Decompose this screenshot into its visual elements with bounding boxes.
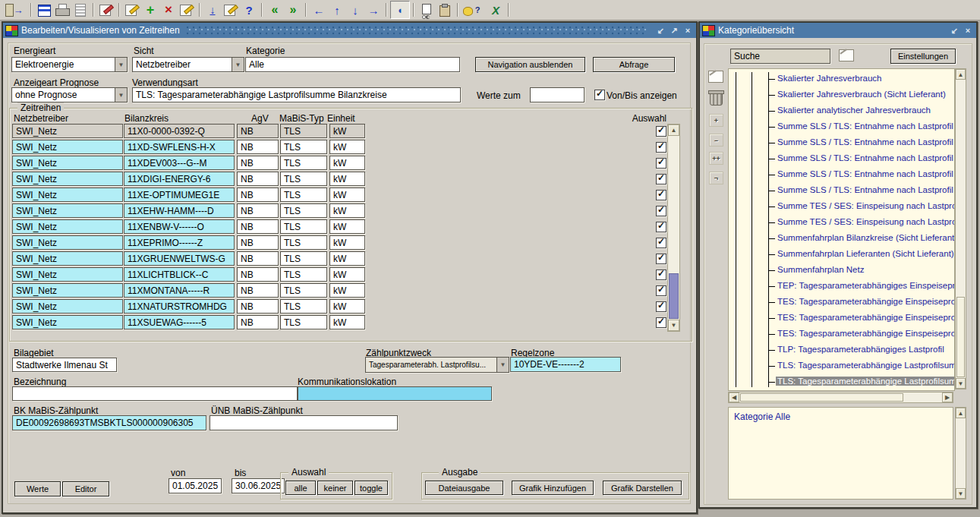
tree-insert-multi-icon[interactable]: ++ — [709, 152, 723, 165]
tree-item[interactable]: Summe SLS / TLS: Entnahme nach Lastprofi… — [768, 119, 954, 135]
dateiausgabe-button[interactable]: Dateiausgabe — [425, 481, 503, 495]
cell-einheit[interactable]: kW — [329, 283, 365, 298]
scroll-right-icon[interactable]: ▶ — [942, 392, 953, 402]
scroll-thumb[interactable] — [669, 273, 679, 319]
scroll-up-icon[interactable]: ▲ — [668, 125, 679, 136]
delete-icon[interactable]: × — [159, 2, 178, 18]
row-checkbox[interactable] — [656, 142, 666, 153]
row-checkbox[interactable] — [656, 285, 666, 296]
cell-bilanzkreis[interactable]: 11XMONTANA-----R — [124, 283, 235, 298]
scroll-down-icon[interactable]: ▼ — [956, 378, 966, 389]
cell-bilanzkreis[interactable]: 11XSUEWAG------5 — [124, 315, 235, 329]
paste-icon[interactable] — [436, 2, 454, 18]
scroll-down-icon[interactable]: ▼ — [668, 320, 679, 331]
cell-netzbetreiber[interactable]: SWI_Netz — [12, 203, 123, 218]
table-row[interactable]: SWI_Netz11X0-0000-0392-QNBTLSkW — [12, 124, 670, 140]
row-checkbox[interactable] — [656, 206, 666, 216]
last-record-icon[interactable]: » — [284, 2, 302, 18]
verwendungsart-input[interactable]: TLS: Tagesparameterabhängige Lastprofils… — [132, 87, 461, 102]
row-checkbox[interactable] — [656, 270, 666, 280]
cell-netzbetreiber[interactable]: SWI_Netz — [12, 315, 123, 329]
up-arrow-icon[interactable]: ↑ — [328, 2, 346, 18]
cell-netzbetreiber[interactable]: SWI_Netz — [12, 235, 123, 250]
cell-mabis-typ[interactable]: TLS — [280, 235, 327, 250]
tree-hscrollbar[interactable]: ◀ ▶ — [728, 392, 953, 403]
select-edit-icon[interactable] — [123, 2, 141, 18]
list-icon[interactable] — [71, 2, 90, 18]
row-checkbox[interactable] — [656, 158, 666, 169]
left-arrow-icon[interactable]: ← — [310, 2, 328, 18]
cell-netzbetreiber[interactable]: SWI_Netz — [12, 267, 123, 282]
first-record-icon[interactable]: « — [266, 2, 284, 18]
tree-item[interactable]: Skalierter analytischer Jahresverbrauch — [768, 103, 954, 119]
cell-netzbetreiber[interactable]: SWI_Netz — [12, 140, 123, 154]
cell-bilanzkreis[interactable]: 11XDIGI-ENERGY-6 — [124, 172, 235, 186]
table-row[interactable]: SWI_Netz11XLICHTBLICK--CNBTLSkW — [12, 267, 670, 283]
tree-item[interactable]: Summenfahrplan Bilanzkreise (Sicht Liefe… — [768, 231, 954, 247]
cell-mabis-typ[interactable]: TLS — [280, 203, 327, 218]
table-row[interactable]: SWI_Netz11XD-SWFLENS-H-XNBTLSkW — [12, 140, 670, 156]
cell-agv[interactable]: NB — [237, 124, 279, 138]
cell-mabis-typ[interactable]: TLS — [280, 156, 327, 170]
table-scrollbar[interactable]: ▲ ▼ — [667, 124, 680, 332]
cell-bilanzkreis[interactable]: 11XEPRIMO------Z — [124, 235, 235, 250]
cell-agv[interactable]: NB — [237, 315, 279, 329]
kategorie-input[interactable]: Alle — [245, 57, 460, 72]
tree-item[interactable]: TLS: Tagesparameterabhängige Lastprofils… — [768, 374, 954, 390]
row-checkbox[interactable] — [656, 174, 666, 184]
tree-item[interactable]: TES: Tagesparameterabhängige Einspeisepr… — [768, 311, 954, 326]
copy-icon[interactable] — [418, 2, 436, 18]
tree-item[interactable]: TEP: Tagesparameterabhängiges Einspeisep… — [768, 279, 954, 295]
bis-input[interactable]: 30.06.2025 — [232, 478, 285, 493]
cell-einheit[interactable]: kW — [329, 235, 365, 250]
tree-item[interactable]: Skalierter Jahresverbrauch (Sicht Liefer… — [768, 87, 954, 103]
werte-button[interactable]: Werte — [14, 481, 61, 497]
table-row[interactable]: SWI_Netz11XDIGI-ENERGY-6NBTLSkW — [12, 172, 670, 188]
chart-icon[interactable]: ◖ — [390, 1, 410, 19]
cell-bilanzkreis[interactable]: 11XNATURSTROMHDG — [124, 299, 235, 314]
kommunikationslokation-input[interactable] — [298, 386, 492, 401]
cell-mabis-typ[interactable]: TLS — [280, 188, 327, 202]
cell-netzbetreiber[interactable]: SWI_Netz — [12, 219, 123, 234]
cell-mabis-typ[interactable]: TLS — [280, 172, 327, 186]
cell-mabis-typ[interactable]: TLS — [280, 299, 327, 314]
down-arrow-icon[interactable]: ↓ — [346, 2, 364, 18]
table-row[interactable]: SWI_Netz11XGRUENWELTWS-GNBTLSkW — [12, 251, 670, 267]
regelzone-input[interactable]: 10YDE-VE-------2 — [510, 357, 621, 372]
cell-einheit[interactable]: kW — [329, 267, 365, 282]
close-icon[interactable]: × — [682, 25, 694, 36]
cell-netzbetreiber[interactable]: SWI_Netz — [12, 283, 123, 298]
cell-mabis-typ[interactable]: TLS — [280, 315, 327, 329]
tree-item[interactable]: Summe SLS / TLS: Entnahme nach Lastprofi… — [768, 151, 954, 167]
delete-category-icon[interactable] — [707, 88, 725, 106]
table-row[interactable]: SWI_Netz11XENBW-V------ONBTLSkW — [12, 219, 670, 235]
cell-agv[interactable]: NB — [237, 203, 279, 218]
scroll-left-icon[interactable]: ◀ — [729, 392, 739, 402]
cell-einheit[interactable]: kW — [329, 140, 365, 154]
cell-bilanzkreis[interactable]: 11XEHW-HAMM----D — [124, 203, 235, 218]
cell-netzbetreiber[interactable]: SWI_Netz — [12, 299, 123, 314]
vonbis-checkbox[interactable] — [594, 90, 605, 100]
excel-icon[interactable]: X — [487, 2, 505, 18]
tree-item[interactable]: TES: Tagesparameterabhängige Einspeisepr… — [768, 295, 954, 311]
grafik-darstellen-button[interactable]: Grafik Darstellen — [603, 481, 682, 495]
row-checkbox[interactable] — [656, 301, 666, 312]
table-row[interactable]: SWI_Netz11XEPRIMO------ZNBTLSkW — [12, 235, 670, 251]
cell-agv[interactable]: NB — [237, 219, 279, 234]
cell-agv[interactable]: NB — [237, 299, 279, 314]
cell-agv[interactable]: NB — [237, 156, 279, 170]
cell-netzbetreiber[interactable]: SWI_Netz — [12, 124, 123, 138]
cell-mabis-typ[interactable]: TLS — [280, 267, 327, 282]
alle-button[interactable]: alle — [285, 481, 316, 495]
add-icon[interactable]: + — [141, 2, 159, 18]
row-checkbox[interactable] — [656, 317, 666, 328]
kategorien-titlebar[interactable]: Kategorieübersicht ↙ × — [700, 23, 976, 38]
cell-mabis-typ[interactable]: TLS — [280, 251, 327, 266]
von-input[interactable]: 01.05.2025 — [169, 478, 222, 493]
tree-item[interactable]: Summe SLS / TLS: Entnahme nach Lastprofi… — [768, 183, 954, 199]
print-icon[interactable] — [53, 2, 71, 18]
bezeichnung-input[interactable] — [12, 386, 298, 401]
cell-bilanzkreis[interactable]: 11XE-OPTIMUMEG1E — [124, 188, 235, 202]
cell-agv[interactable]: NB — [237, 267, 279, 282]
cell-einheit[interactable]: kW — [329, 188, 365, 202]
